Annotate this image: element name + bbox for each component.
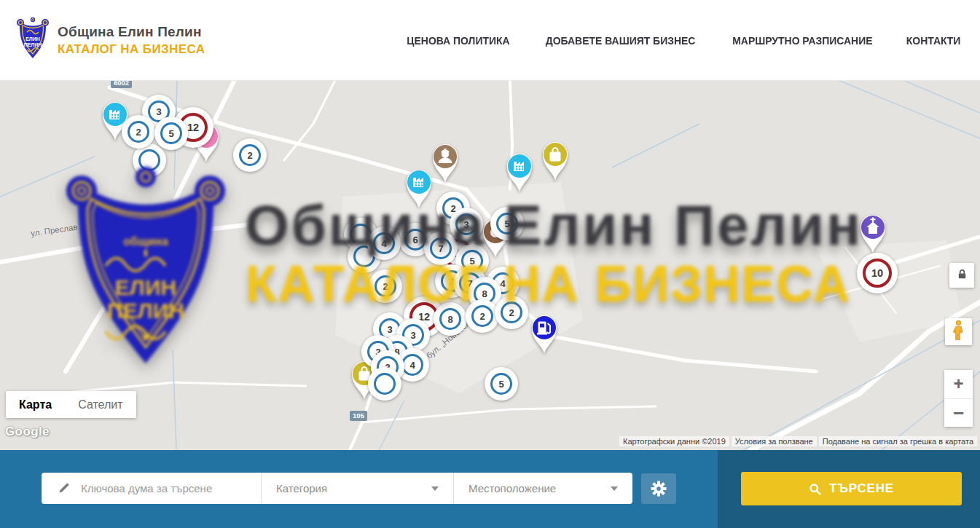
search-button-label: ТЪРСЕНЕ xyxy=(829,481,894,496)
map-cluster-marker[interactable]: 2 xyxy=(122,115,155,149)
search-panel: Категория Местоположение xyxy=(0,450,980,528)
map-type-satellite-button[interactable]: Сателит xyxy=(65,391,136,418)
site-title: Община Елин Пелин xyxy=(58,24,205,40)
map-cluster-marker[interactable]: 2 xyxy=(495,296,528,329)
map-type-control: Карта Сателит xyxy=(6,391,136,418)
pegman-icon xyxy=(952,320,965,344)
gear-icon xyxy=(651,481,667,497)
map-cluster-marker[interactable]: 7 xyxy=(424,232,458,265)
zoom-out-button[interactable]: − xyxy=(944,398,973,427)
zoom-in-button[interactable]: + xyxy=(944,370,973,398)
map-cluster-marker[interactable]: 5 xyxy=(154,117,188,150)
search-fields: Категория Местоположение xyxy=(42,473,632,504)
map-cluster-marker[interactable]: 5 xyxy=(485,367,518,401)
svg-text:ЕЛИН: ЕЛИН xyxy=(26,36,40,42)
road-number-shield: 105 xyxy=(350,411,367,421)
map-pin-church[interactable] xyxy=(855,210,890,255)
map-pin-factory[interactable] xyxy=(502,149,537,194)
location-select-label: Местоположение xyxy=(469,482,556,494)
map-copyright: Картографски данни ©2019 xyxy=(619,436,729,446)
road-number-shield: 6002 xyxy=(111,80,132,88)
advanced-settings-button[interactable] xyxy=(641,473,676,504)
map-cluster-marker[interactable]: 4 xyxy=(367,226,401,260)
category-select-label: Категория xyxy=(276,482,327,494)
map-cluster-marker[interactable] xyxy=(368,367,401,401)
pencil-icon xyxy=(58,482,70,494)
map-cluster-marker[interactable]: 2 xyxy=(369,269,402,303)
category-select[interactable]: Категория xyxy=(261,473,453,504)
header: ЕЛИН ПЕЛИН Община Елин Пелин КАТАЛОГ НА … xyxy=(0,0,980,81)
terms-of-use-link[interactable]: Условия за ползване xyxy=(732,436,817,446)
nav-contacts[interactable]: КОНТАКТИ xyxy=(906,34,961,47)
report-map-error-link[interactable]: Подаване на сигнал за грешка в картата xyxy=(819,436,977,446)
map-type-map-button[interactable]: Карта xyxy=(6,391,65,418)
nav-route-schedule[interactable]: МАРШРУТНО РАЗПИСАНИЕ xyxy=(732,34,872,47)
nav-pricing-policy[interactable]: ЦЕНОВА ПОЛИТИКА xyxy=(407,34,509,47)
zoom-control: + − xyxy=(944,370,973,427)
site-subtitle: КАТАЛОГ НА БИЗНЕСА xyxy=(58,42,205,57)
main-nav: ЦЕНОВА ПОЛИТИКА ДОБАВЕТЕ ВАШИЯТ БИЗНЕС М… xyxy=(403,0,963,80)
map-attribution: Картографски данни ©2019 Условия за полз… xyxy=(619,436,977,446)
nav-add-your-business[interactable]: ДОБАВЕТЕ ВАШИЯТ БИЗНЕС xyxy=(546,34,696,47)
map-cluster-marker[interactable]: 2 xyxy=(466,299,499,333)
keyword-input[interactable] xyxy=(79,481,254,495)
map-cluster-marker[interactable]: 2 xyxy=(233,138,267,172)
map-canvas[interactable]: 1232521223564752748212822338343510600210… xyxy=(0,80,980,450)
municipality-shield-icon: ЕЛИН ПЕЛИН xyxy=(16,16,50,64)
search-icon xyxy=(809,483,821,495)
google-logo[interactable]: Google xyxy=(5,425,50,439)
map-pin-fuel[interactable] xyxy=(527,310,562,355)
map-pin-factory[interactable] xyxy=(401,165,436,210)
lock-icon xyxy=(957,269,968,283)
map-cluster-marker[interactable]: 5 xyxy=(490,207,524,240)
lock-button[interactable] xyxy=(949,263,974,288)
search-button[interactable]: ТЪРСЕНЕ xyxy=(741,472,962,505)
keyword-field[interactable] xyxy=(42,473,261,504)
map-pin-shopping-bag[interactable] xyxy=(538,137,573,182)
map-cluster-marker[interactable]: 3 xyxy=(450,208,483,241)
map-cluster-marker[interactable]: 8 xyxy=(434,302,467,336)
location-select[interactable]: Местоположение xyxy=(453,473,632,504)
chevron-down-icon xyxy=(431,486,439,491)
map-cluster-marker[interactable]: 10 xyxy=(857,253,898,293)
svg-text:ПЕЛИН: ПЕЛИН xyxy=(24,42,42,47)
site-logo[interactable]: ЕЛИН ПЕЛИН Община Елин Пелин КАТАЛОГ НА … xyxy=(16,16,205,64)
street-view-pegman[interactable] xyxy=(945,318,972,345)
chevron-down-icon xyxy=(611,486,618,491)
